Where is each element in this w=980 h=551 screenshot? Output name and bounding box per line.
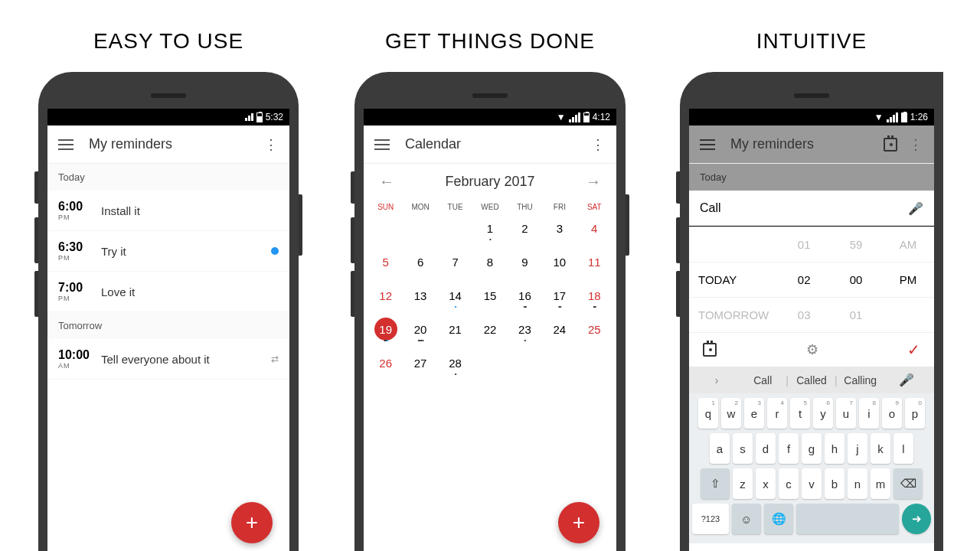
calendar-day[interactable]: 19 ••• bbox=[368, 315, 403, 349]
key[interactable]: a bbox=[710, 433, 730, 464]
calendar-day[interactable]: 11 bbox=[577, 248, 612, 282]
key[interactable]: m bbox=[871, 468, 890, 499]
menu-icon[interactable] bbox=[700, 139, 715, 150]
calendar-day[interactable] bbox=[403, 214, 437, 248]
next-month-icon[interactable]: → bbox=[586, 173, 601, 191]
key[interactable]: h bbox=[825, 433, 844, 464]
space-key[interactable] bbox=[796, 504, 899, 534]
calendar-day[interactable] bbox=[542, 349, 577, 383]
calendar-day[interactable]: 2 bbox=[508, 214, 542, 248]
overflow-icon[interactable]: ⋮ bbox=[590, 136, 606, 153]
key[interactable]: q1 bbox=[698, 398, 718, 429]
add-button[interactable]: + bbox=[558, 502, 599, 543]
key[interactable]: p0 bbox=[905, 398, 925, 429]
symbols-key[interactable]: ?123 bbox=[692, 504, 729, 534]
prev-month-icon[interactable]: ← bbox=[379, 173, 394, 191]
calendar-day[interactable]: 10 bbox=[542, 248, 577, 282]
key[interactable]: j bbox=[848, 433, 867, 464]
calendar-day[interactable]: 14 • bbox=[438, 282, 472, 315]
picker-cell[interactable] bbox=[882, 297, 934, 332]
reminder-item[interactable]: 6:30PM Try it bbox=[47, 231, 289, 272]
reminder-input[interactable] bbox=[700, 197, 908, 220]
emoji-key[interactable]: ☺ bbox=[732, 504, 761, 534]
calendar-day[interactable]: 5 bbox=[368, 248, 403, 282]
picker-cell[interactable]: 02 bbox=[778, 262, 830, 297]
calendar-day[interactable] bbox=[472, 349, 507, 383]
picker-cell[interactable]: 01 bbox=[830, 297, 882, 332]
key[interactable]: i8 bbox=[859, 398, 879, 429]
key[interactable]: k bbox=[871, 433, 890, 464]
enter-key[interactable]: ➜ bbox=[902, 504, 931, 534]
calendar-day[interactable]: 3 bbox=[542, 214, 577, 248]
calendar-day[interactable]: 17 •• bbox=[542, 282, 577, 315]
key[interactable]: f bbox=[779, 433, 799, 464]
calendar-day[interactable]: 12 bbox=[368, 282, 403, 315]
picker-cell[interactable] bbox=[689, 227, 778, 262]
key[interactable]: l bbox=[893, 433, 913, 464]
calendar-day[interactable]: 24 bbox=[542, 315, 577, 349]
reminder-item[interactable]: 10:00AM Tell everyone about it ⇄ bbox=[47, 339, 289, 380]
picker-cell[interactable]: 00 bbox=[830, 262, 882, 297]
key[interactable]: g bbox=[802, 433, 822, 464]
menu-icon[interactable] bbox=[58, 139, 74, 150]
key[interactable]: o9 bbox=[882, 398, 902, 429]
key[interactable]: z bbox=[733, 468, 753, 499]
calendar-day[interactable]: 20 •••• bbox=[403, 315, 437, 349]
key[interactable]: x bbox=[756, 468, 776, 499]
add-button[interactable]: + bbox=[231, 502, 273, 543]
date-icon[interactable] bbox=[703, 343, 717, 357]
key[interactable]: y6 bbox=[813, 398, 833, 429]
calendar-day[interactable] bbox=[577, 349, 612, 383]
calendar-day[interactable]: 16 •• bbox=[508, 282, 542, 315]
calendar-day[interactable]: 9 bbox=[508, 248, 542, 282]
calendar-day[interactable]: 23 • bbox=[508, 315, 542, 349]
calendar-day[interactable]: 13 bbox=[403, 282, 437, 315]
key[interactable]: w2 bbox=[721, 398, 741, 429]
picker-cell[interactable]: 01 bbox=[778, 227, 830, 262]
key[interactable]: n bbox=[848, 468, 867, 499]
picker-cell[interactable]: PM bbox=[882, 262, 934, 297]
calendar-day[interactable] bbox=[368, 214, 403, 248]
picker-cell[interactable]: AM bbox=[882, 227, 934, 262]
key[interactable]: e3 bbox=[744, 398, 764, 429]
calendar-icon[interactable] bbox=[884, 138, 897, 152]
key[interactable]: b bbox=[825, 468, 844, 499]
shift-key[interactable]: ⇧ bbox=[701, 468, 730, 499]
calendar-day[interactable]: 7 bbox=[438, 248, 472, 282]
picker-cell[interactable]: TODAY bbox=[689, 262, 778, 297]
backspace-key[interactable]: ⌫ bbox=[893, 468, 923, 499]
time-picker[interactable]: 0159AMTODAY0200PMTOMORROW0301 bbox=[689, 227, 934, 332]
calendar-day[interactable]: 22 bbox=[472, 315, 507, 349]
calendar-day[interactable]: 27 bbox=[403, 349, 437, 383]
globe-key[interactable]: 🌐 bbox=[764, 504, 793, 534]
key[interactable]: u7 bbox=[836, 398, 856, 429]
key[interactable]: t5 bbox=[790, 398, 810, 429]
calendar-day[interactable]: 26 bbox=[368, 349, 403, 383]
picker-cell[interactable]: 03 bbox=[778, 297, 830, 332]
key[interactable]: s bbox=[733, 433, 753, 464]
suggestion[interactable]: Called bbox=[789, 374, 835, 386]
key[interactable]: v bbox=[802, 468, 822, 499]
reminder-item[interactable]: 6:00PM Install it bbox=[47, 191, 289, 231]
calendar-day[interactable]: 8 bbox=[472, 248, 507, 282]
calendar-day[interactable]: 25 bbox=[577, 315, 612, 349]
chevron-right-icon[interactable]: › bbox=[694, 374, 740, 386]
calendar-day[interactable]: 21 bbox=[438, 315, 472, 349]
overflow-icon[interactable]: ⋮ bbox=[908, 136, 923, 153]
picker-cell[interactable]: TOMORROW bbox=[689, 297, 778, 332]
suggestion[interactable]: Calling bbox=[838, 374, 884, 386]
calendar-day[interactable] bbox=[438, 214, 472, 248]
calendar-day[interactable] bbox=[508, 349, 542, 383]
calendar-day[interactable]: 28 • bbox=[438, 349, 472, 383]
key[interactable]: d bbox=[756, 433, 776, 464]
menu-icon[interactable] bbox=[374, 139, 390, 150]
settings-icon[interactable]: ⚙ bbox=[806, 341, 818, 358]
calendar-day[interactable]: 4 bbox=[577, 214, 612, 248]
calendar-day[interactable]: 6 bbox=[403, 248, 437, 282]
mic-icon[interactable]: 🎤 bbox=[908, 201, 923, 216]
overflow-icon[interactable]: ⋮ bbox=[263, 136, 279, 153]
suggestion[interactable]: Call bbox=[740, 374, 786, 386]
confirm-icon[interactable]: ✓ bbox=[907, 341, 920, 359]
calendar-day[interactable]: 18 •• bbox=[577, 282, 612, 315]
calendar-day[interactable]: 15 bbox=[472, 282, 507, 315]
